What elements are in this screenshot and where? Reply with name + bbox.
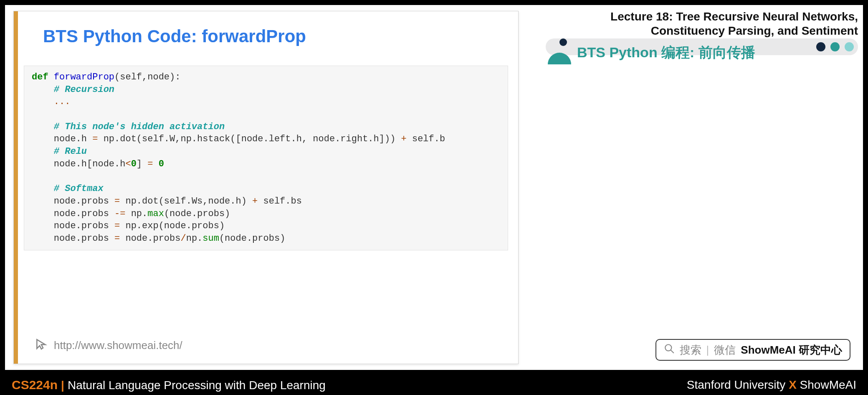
code-text: np. (125, 209, 147, 219)
builtin: max (147, 209, 164, 219)
footer-link[interactable]: http://www.showmeai.tech/ (35, 337, 182, 354)
code-text: np.dot(self.W,np.hstack([node.left.h, no… (98, 134, 401, 144)
number: 0 (159, 159, 164, 169)
operator: = (114, 221, 120, 231)
code-text (153, 159, 158, 169)
function-name: forwardProp (54, 72, 114, 82)
code-text: (node.probs) (219, 233, 285, 244)
dot-navy-icon (816, 42, 825, 51)
lecture-title-line2: Constituency Parsing, and Sentiment (532, 24, 858, 38)
lecture-header: Lecture 18: Tree Recursive Neural Networ… (532, 10, 858, 38)
course-name: Natural Language Processing with Deep Le… (68, 379, 326, 392)
builtin: sum (202, 233, 219, 244)
code-text: (self,node): (114, 72, 180, 82)
operator: + (401, 134, 407, 144)
code-text: np.exp(node.probs) (120, 221, 225, 231)
side-title-row: BTS Python 编程: 前向传播 (548, 41, 755, 64)
code-text: node.probs (120, 233, 180, 244)
lecture-title-line1: Lecture 18: Tree Recursive Neural Networ… (532, 10, 858, 23)
search-label: 搜索 (680, 343, 701, 357)
side-title: BTS Python 编程: 前向传播 (577, 43, 755, 62)
comment: # Relu (54, 146, 87, 157)
brand-label: ShowMeAI 研究中心 (741, 343, 842, 357)
comment: # This node's hidden activation (54, 122, 225, 132)
code-text: node.probs (54, 196, 114, 206)
ellipsis: ... (54, 97, 71, 107)
slide-frame: BTS Python Code: forwardProp def forward… (5, 5, 863, 370)
operator: / (180, 233, 186, 244)
code-text: self.b (407, 134, 445, 144)
code-text: node.probs (54, 233, 114, 244)
search-pill[interactable]: 搜索 | 微信 ShowMeAI 研究中心 (655, 339, 850, 361)
code-text: np. (186, 233, 203, 244)
operator: = (92, 134, 98, 144)
search-icon (664, 343, 675, 357)
operator: < (125, 159, 131, 169)
cursor-icon (35, 337, 48, 354)
code-text: node.h[node.h (54, 159, 126, 169)
code-block: def forwardProp(self,node): # Recursion … (24, 66, 508, 250)
code-text: (node.probs) (164, 209, 230, 219)
operator: = (114, 233, 120, 244)
comment: # Softmax (54, 183, 104, 194)
svg-line-1 (671, 350, 674, 353)
code-text: node.probs (54, 221, 114, 231)
divider: | (706, 344, 709, 357)
code-text: node.probs (54, 209, 114, 219)
comment: # Recursion (54, 84, 114, 95)
footer-url: http://www.showmeai.tech/ (54, 339, 182, 352)
operator: -= (114, 209, 125, 219)
code-text: self.bs (258, 196, 302, 206)
code-text: np.dot(self.Ws,node.h) (120, 196, 252, 206)
svg-point-0 (665, 344, 671, 351)
code-text: ] (137, 159, 147, 169)
operator: = (114, 196, 120, 206)
slide-title: BTS Python Code: forwardProp (43, 26, 306, 46)
bottom-left: CS224n | Natural Language Processing wit… (12, 378, 326, 392)
org-name: ShowMeAI (797, 378, 856, 391)
operator: = (147, 159, 153, 169)
operator: + (252, 196, 258, 206)
bottom-bar: CS224n | Natural Language Processing wit… (0, 375, 868, 395)
slide-panel: BTS Python Code: forwardProp def forward… (13, 11, 519, 364)
pipe: | (61, 379, 64, 392)
course-code: CS224n (12, 378, 58, 392)
wechat-label: 微信 (714, 343, 736, 357)
x-separator: X (789, 378, 797, 391)
keyword-def: def (32, 72, 48, 82)
dot-light-icon (845, 42, 854, 51)
decor-bauble-icon (548, 41, 571, 64)
number: 0 (131, 159, 137, 169)
accent-bar (14, 11, 18, 364)
university: Stanford University (687, 378, 789, 391)
dot-teal-icon (830, 42, 840, 51)
bottom-right: Stanford University X ShowMeAI (687, 378, 856, 392)
code-text: node.h (54, 134, 92, 144)
